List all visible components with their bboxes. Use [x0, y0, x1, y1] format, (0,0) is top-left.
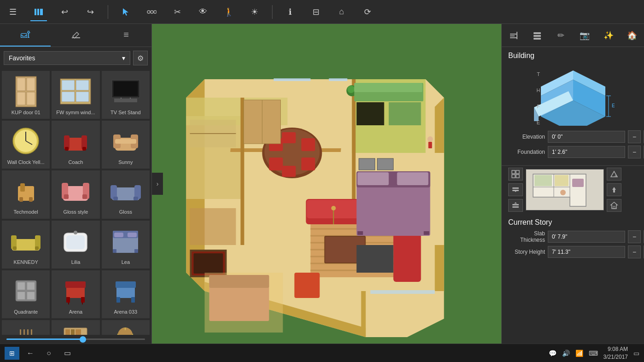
svg-rect-13 [62, 80, 75, 90]
svg-rect-64 [17, 282, 25, 290]
search-button[interactable]: ○ [41, 347, 56, 360]
task-view-button[interactable]: ▭ [60, 347, 75, 360]
settings-button[interactable]: ⚙ [133, 51, 148, 65]
svg-rect-157 [359, 158, 375, 170]
walls-tab[interactable] [502, 24, 526, 47]
furniture-tab[interactable]: 🛋 [0, 24, 51, 47]
camera-tab[interactable]: 📷 [573, 24, 597, 47]
start-button[interactable]: ⊞ [5, 347, 19, 360]
list-item[interactable]: Quadrante [2, 270, 50, 318]
svg-rect-174 [534, 35, 541, 37]
list-item[interactable]: Gloss style [52, 170, 99, 218]
mini-floor-plan[interactable] [526, 169, 604, 210]
foundation-decrease-btn[interactable]: − [628, 146, 641, 158]
slab-thickness-input[interactable] [548, 231, 625, 243]
list-item[interactable]: Gloss [102, 170, 150, 218]
svg-rect-190 [516, 175, 519, 178]
volume-icon[interactable]: 🔊 [562, 350, 570, 357]
taskbar-right: 💬 🔊 📶 ⌨ 9:08 AM 3/21/2017 ▭ [549, 345, 639, 361]
sun-icon[interactable]: ☀ [246, 4, 263, 20]
list-item[interactable]: FW symm wind... [52, 71, 99, 119]
list-item[interactable]: TV Set Stand [102, 71, 150, 119]
list-item[interactable]: Wall Clock Yell... [2, 121, 50, 169]
expand-panel-button[interactable]: › [152, 173, 163, 195]
svg-rect-60 [128, 233, 137, 237]
eye-icon[interactable]: 👁 [195, 4, 211, 20]
list-item[interactable]: KUP door 01 [2, 71, 50, 119]
list-item[interactable] [102, 320, 150, 335]
svg-rect-11 [27, 92, 35, 105]
list-tab[interactable]: ≡ [101, 24, 151, 47]
list-item[interactable] [52, 320, 99, 335]
keyboard-icon[interactable]: ⌨ [589, 350, 598, 357]
list-item[interactable]: Arena [52, 270, 99, 318]
show-desktop-icon[interactable]: ▭ [633, 350, 639, 357]
grid-view-btn[interactable] [508, 168, 523, 181]
item-preview [7, 174, 44, 208]
svg-rect-205 [572, 179, 584, 187]
list-item[interactable] [2, 320, 50, 335]
list-item[interactable]: KENNEDY [2, 221, 50, 269]
slider-thumb[interactable] [80, 336, 86, 343]
home-right-tab[interactable]: 🏠 [621, 24, 644, 47]
layers-tab[interactable] [526, 24, 550, 47]
elevation-input[interactable] [548, 131, 625, 143]
svg-rect-89 [65, 329, 70, 335]
list-item[interactable]: Coach [52, 121, 99, 169]
back-button[interactable]: ← [23, 347, 38, 360]
floor-plan-area[interactable]: › [152, 24, 501, 344]
home-icon[interactable]: ⌂ [333, 4, 350, 20]
taskbar: ⊞ ← ○ ▭ 💬 🔊 📶 ⌨ 9:08 AM 3/21/2017 ▭ [0, 344, 644, 362]
rotate-icon[interactable]: ⟳ [359, 4, 376, 20]
story-height-input[interactable] [548, 246, 625, 258]
info-icon[interactable]: ℹ [282, 4, 298, 20]
list-item[interactable]: Lilia [52, 221, 99, 269]
item-label: Arena 033 [114, 309, 137, 315]
svg-rect-139 [397, 172, 429, 185]
network-icon[interactable]: 📶 [575, 350, 583, 357]
redo-icon[interactable]: ↪ [82, 4, 99, 20]
walk-icon[interactable]: 🚶 [220, 4, 237, 20]
layer-up-btn[interactable] [508, 199, 523, 212]
list-item[interactable]: Lea [102, 221, 150, 269]
hamburger-menu[interactable]: ☰ [5, 4, 21, 20]
svg-rect-153 [429, 142, 432, 148]
favorites-dropdown[interactable]: Favorites ▾ [4, 51, 130, 65]
list-item[interactable]: Sunny [102, 121, 150, 169]
edit-tab[interactable] [51, 24, 101, 47]
library-icon[interactable] [30, 4, 47, 20]
undo-icon[interactable]: ↩ [56, 4, 73, 20]
item-label: Arena [69, 309, 82, 315]
mountain-view-btn[interactable] [607, 168, 621, 181]
svg-rect-69 [65, 281, 86, 288]
select-icon[interactable] [117, 4, 134, 20]
item-preview [57, 124, 94, 158]
story-height-label: Story Height [508, 249, 545, 255]
mini-plan-section [502, 166, 644, 214]
slider-fill [6, 339, 83, 340]
chevron-down-icon: ▾ [122, 54, 125, 62]
scissors-icon[interactable]: ✂ [169, 4, 186, 20]
item-preview [7, 323, 44, 335]
elevation-decrease-btn[interactable]: − [628, 130, 641, 143]
effects-tab[interactable]: ✨ [597, 24, 621, 47]
elevation-row: Elevation − + [508, 130, 638, 143]
list-item[interactable]: Arena 033 [102, 270, 150, 318]
list-item[interactable]: Techmodel [2, 170, 50, 218]
svg-rect-37 [19, 197, 23, 202]
paint-tab[interactable]: ✏ [549, 24, 573, 47]
arrow-up-view-btn[interactable] [607, 183, 621, 196]
export-icon[interactable]: ⊟ [307, 4, 324, 20]
svg-rect-202 [534, 175, 552, 186]
size-slider[interactable] [6, 339, 145, 340]
svg-rect-59 [114, 233, 123, 237]
group-icon[interactable] [143, 4, 160, 20]
notification-icon[interactable]: 💬 [549, 350, 557, 357]
layer-down-btn[interactable] [508, 183, 523, 196]
item-preview [107, 224, 144, 258]
home-outline-btn[interactable] [607, 199, 621, 212]
foundation-input[interactable] [548, 146, 625, 158]
item-preview [57, 323, 94, 335]
slab-decrease-btn[interactable]: − [628, 230, 641, 243]
story-height-decrease-btn[interactable]: − [628, 245, 641, 258]
